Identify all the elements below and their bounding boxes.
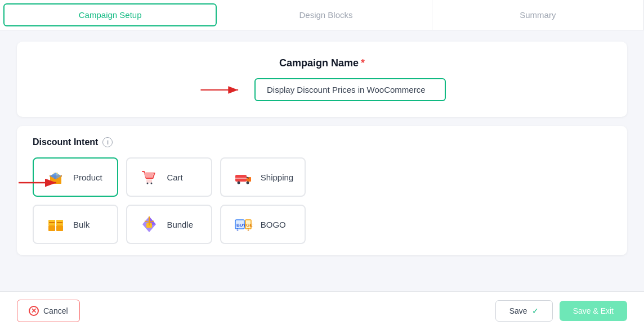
intent-option-cart[interactable]: Cart [126, 157, 212, 197]
intent-label-bulk: Bulk [73, 220, 90, 229]
cancel-icon: ✕ [29, 306, 39, 316]
main-content: Campaign Name* Discount Intent i [0, 30, 644, 291]
intent-label-bundle: Bundle [167, 220, 193, 229]
arrow-annotation [198, 82, 243, 98]
intent-grid: Product Cart [33, 157, 306, 244]
intent-label-cart: Cart [167, 173, 182, 182]
bulk-icon [45, 214, 66, 235]
product-arrow-annotation [16, 174, 61, 193]
campaign-name-input-row [39, 78, 605, 101]
discount-intent-header: Discount Intent i [33, 137, 611, 147]
svg-rect-19 [56, 225, 63, 231]
intent-label-bogo: BOGO [261, 220, 286, 229]
save-check-icon: ✓ [532, 306, 539, 315]
intent-label-product: Product [73, 173, 102, 182]
intent-option-bundle[interactable]: Bundle [126, 205, 212, 244]
svg-rect-22 [49, 222, 55, 223]
bottom-bar: ✕ Cancel Save ✓ Save & Exit [0, 291, 644, 330]
discount-intent-label: Discount Intent [33, 137, 98, 147]
svg-text:GET: GET [246, 223, 253, 228]
campaign-name-card: Campaign Name* [17, 42, 627, 117]
svg-text:1: 1 [247, 228, 249, 232]
tab-campaign-setup[interactable]: Campaign Setup [3, 3, 217, 26]
intent-option-bogo[interactable]: BUY 1 GET 1 BOGO [220, 205, 306, 244]
svg-rect-18 [48, 225, 55, 231]
intent-option-bulk[interactable]: Bulk [33, 205, 118, 244]
svg-text:BUY: BUY [236, 223, 247, 228]
tab-bar: Campaign Setup Design Blocks Summary [0, 0, 644, 30]
save-exit-button[interactable]: Save & Exit [560, 301, 627, 321]
bundle-icon [138, 214, 160, 235]
right-buttons: Save ✓ Save & Exit [495, 300, 627, 322]
cancel-button[interactable]: ✕ Cancel [17, 300, 80, 322]
campaign-name-label: Campaign Name* [39, 57, 605, 69]
svg-rect-11 [146, 179, 152, 183]
discount-intent-card: Discount Intent i [17, 126, 627, 255]
campaign-name-input[interactable] [254, 78, 446, 101]
save-label: Save [509, 306, 527, 315]
intent-option-shipping[interactable]: Shipping [220, 157, 306, 197]
intent-label-shipping: Shipping [261, 173, 293, 182]
tab-design-blocks[interactable]: Design Blocks [220, 0, 432, 30]
svg-point-12 [147, 183, 149, 184]
shipping-icon [232, 166, 254, 188]
svg-text:1: 1 [236, 228, 239, 232]
svg-point-13 [151, 183, 153, 184]
cart-icon [138, 166, 160, 188]
svg-point-16 [237, 182, 240, 184]
svg-rect-23 [57, 222, 62, 223]
tab-summary[interactable]: Summary [432, 0, 644, 30]
required-marker: * [361, 57, 365, 69]
info-icon[interactable]: i [102, 137, 113, 147]
cancel-label: Cancel [43, 306, 68, 315]
intent-grid-wrapper: Product Cart [33, 157, 611, 244]
svg-point-17 [246, 182, 249, 184]
bogo-icon: BUY 1 GET 1 [232, 214, 254, 235]
save-button[interactable]: Save ✓ [495, 300, 553, 322]
